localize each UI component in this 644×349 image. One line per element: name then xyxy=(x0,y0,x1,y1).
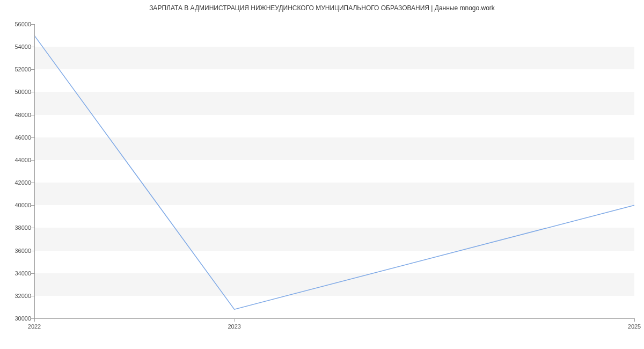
y-tick-label: 32000 xyxy=(14,293,31,299)
x-tick-label: 2022 xyxy=(28,323,41,330)
y-tick xyxy=(31,205,34,206)
line-series-svg xyxy=(34,24,634,318)
x-tick-label: 2023 xyxy=(228,323,240,330)
x-axis-line xyxy=(34,318,634,319)
y-tick xyxy=(31,183,34,183)
y-tick-label: 48000 xyxy=(14,112,31,118)
y-tick-label: 46000 xyxy=(14,134,31,141)
y-tick-label: 38000 xyxy=(14,224,31,231)
y-tick-label: 52000 xyxy=(14,66,31,72)
y-tick-label: 42000 xyxy=(14,179,31,186)
x-tick xyxy=(235,318,235,322)
y-tick-label: 50000 xyxy=(14,89,31,95)
y-tick xyxy=(31,160,34,161)
y-tick xyxy=(31,251,34,251)
x-tick xyxy=(34,318,35,322)
y-tick-label: 30000 xyxy=(14,315,31,322)
plot-area xyxy=(34,24,634,318)
series-line xyxy=(34,35,634,309)
y-tick xyxy=(31,296,34,296)
y-tick xyxy=(31,273,34,274)
y-tick-label: 56000 xyxy=(14,21,31,27)
x-tick xyxy=(634,318,635,322)
y-tick-label: 54000 xyxy=(14,43,31,50)
y-tick-label: 40000 xyxy=(14,202,31,208)
y-axis-line xyxy=(34,24,35,318)
y-tick xyxy=(31,228,34,228)
chart-container: 3000032000340003600038000400004200044000… xyxy=(0,16,644,338)
chart-title: ЗАРПЛАТА В АДМИНИСТРАЦИЯ НИЖНЕУДИНСКОГО … xyxy=(0,0,644,12)
y-tick-label: 34000 xyxy=(14,270,31,277)
y-tick-label: 44000 xyxy=(14,157,31,163)
y-tick xyxy=(31,69,34,70)
y-tick-label: 36000 xyxy=(14,248,31,254)
y-tick xyxy=(31,115,34,115)
y-tick xyxy=(31,47,34,47)
y-tick xyxy=(31,137,34,138)
x-tick-label: 2025 xyxy=(628,323,641,330)
y-tick xyxy=(31,24,34,25)
y-tick xyxy=(31,92,34,92)
